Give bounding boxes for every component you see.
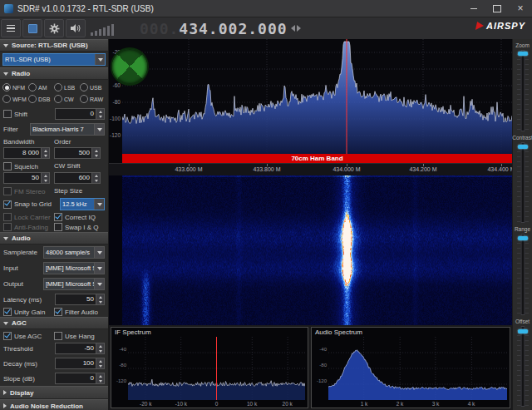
source-panel-header[interactable]: Source: RTL-SDR (USB) <box>0 39 108 52</box>
step-right-icon[interactable] <box>297 25 301 32</box>
spinner-arrows-icon[interactable] <box>96 294 104 304</box>
dropdown-arrow-icon[interactable] <box>94 263 104 274</box>
squelch-spinner[interactable]: 50 <box>3 172 50 184</box>
mode-radio-dsb[interactable]: DSB <box>28 95 54 103</box>
minimize-button[interactable] <box>462 0 485 17</box>
slider-thumb[interactable] <box>518 236 528 240</box>
frequency-step-control[interactable] <box>291 25 301 32</box>
step-left-icon[interactable] <box>291 25 295 32</box>
fm-stereo-checkbox[interactable]: FM Stereo <box>3 187 54 195</box>
unity-gain-checkbox[interactable]: Unity Gain <box>3 308 54 316</box>
checkbox-icon[interactable] <box>54 332 62 340</box>
checkbox-icon[interactable] <box>54 308 62 316</box>
correct-iq-checkbox[interactable]: Correct IQ <box>54 213 105 221</box>
bandwidth-spinner[interactable]: 8 000 <box>3 147 50 159</box>
filter-dropdown[interactable]: Blackman-Harris 7 <box>30 123 105 136</box>
zoom-slider[interactable] <box>517 50 529 131</box>
decay-spinner[interactable]: 100 <box>55 358 105 369</box>
samplerate-dropdown[interactable]: 48000 sample/s <box>43 246 105 259</box>
dropdown-arrow-icon[interactable] <box>94 124 104 135</box>
threshold-spinner[interactable]: -50 <box>55 343 105 354</box>
radio-icon[interactable] <box>2 83 11 91</box>
volume-slider[interactable] <box>89 19 126 37</box>
contrast-slider[interactable] <box>517 142 529 224</box>
checkbox-icon[interactable] <box>3 223 12 231</box>
radio-icon[interactable] <box>28 95 37 103</box>
radio-icon[interactable] <box>80 95 88 103</box>
mode-radio-usb[interactable]: USB <box>80 83 106 91</box>
audio-input-dropdown[interactable]: [MME] Microsoft So <box>43 262 105 274</box>
dropdown-arrow-icon[interactable] <box>95 54 105 65</box>
slider-thumb[interactable] <box>518 52 528 56</box>
checkbox-icon[interactable] <box>3 162 12 170</box>
spinner-arrows-icon[interactable] <box>91 173 100 183</box>
latency-spinner[interactable]: 50 <box>55 294 105 305</box>
checkbox-icon[interactable] <box>3 308 12 316</box>
mode-radio-raw[interactable]: RAW <box>80 95 106 103</box>
radio-icon[interactable] <box>80 83 88 91</box>
display-panel-header[interactable]: Display <box>0 386 108 399</box>
mode-radio-am[interactable]: AM <box>28 83 54 91</box>
spinner-arrows-icon[interactable] <box>96 373 104 383</box>
maximize-button[interactable] <box>485 0 509 17</box>
dropdown-arrow-icon[interactable] <box>94 247 104 258</box>
radio-icon[interactable] <box>28 83 37 91</box>
fft-spectrum-plot[interactable] <box>122 39 513 154</box>
waterfall-canvas[interactable] <box>122 175 513 325</box>
audio-panel-header[interactable]: Audio <box>0 232 108 245</box>
order-spinner[interactable]: 500 <box>54 147 101 159</box>
stop-button[interactable] <box>22 19 42 37</box>
spinner-arrows-icon[interactable] <box>96 358 104 368</box>
mode-radio-nfm[interactable]: NFM <box>2 83 28 91</box>
source-device-dropdown[interactable]: RTL-SDR (USB) <box>2 53 106 66</box>
audio-output-dropdown[interactable]: [MME] Microsoft So <box>43 278 105 290</box>
spinner-arrows-icon[interactable] <box>41 148 49 158</box>
agc-panel-header[interactable]: AGC <box>0 317 108 329</box>
radio-icon[interactable] <box>54 83 62 91</box>
waterfall-display[interactable] <box>109 175 512 325</box>
checkbox-icon[interactable] <box>3 213 12 221</box>
spinner-arrows-icon[interactable] <box>41 173 49 183</box>
lock-carrier-checkbox[interactable]: Lock Carrier <box>3 213 54 221</box>
snap-to-grid-checkbox[interactable]: Snap to Grid <box>3 200 52 209</box>
slider-thumb[interactable] <box>518 329 528 333</box>
checkbox-icon[interactable] <box>3 187 12 195</box>
tuner-knob-widget[interactable] <box>111 47 149 86</box>
mode-radio-wfm[interactable]: WFM <box>2 95 28 103</box>
spinner-arrows-icon[interactable] <box>96 343 104 353</box>
range-slider[interactable] <box>517 234 529 315</box>
shift-checkbox[interactable]: Shift <box>3 110 27 118</box>
spinner-arrows-icon[interactable] <box>91 148 100 158</box>
cw-shift-spinner[interactable]: 600 <box>54 172 101 184</box>
checkbox-icon[interactable] <box>3 110 12 118</box>
spinner-arrows-icon[interactable] <box>96 109 104 119</box>
mode-radio-lsb[interactable]: LSB <box>54 83 80 91</box>
frequency-digits[interactable]: 434.002.000 <box>179 20 287 37</box>
spectrum-display[interactable]: -20 -40 -60 -80 -100 -120 70cm Ham Band <box>109 39 512 163</box>
anti-fading-checkbox[interactable]: Anti-Fading <box>3 223 54 231</box>
squelch-checkbox[interactable]: Squelch <box>3 162 54 170</box>
frequency-display[interactable]: 000. 434.002.000 <box>140 20 301 37</box>
filter-audio-checkbox[interactable]: Filter Audio <box>54 308 105 316</box>
checkbox-icon[interactable] <box>3 200 12 209</box>
radio-icon[interactable] <box>2 95 11 103</box>
checkbox-icon[interactable] <box>54 223 62 231</box>
mode-radio-cw[interactable]: CW <box>54 95 80 103</box>
checkbox-icon[interactable] <box>54 213 62 221</box>
dropdown-arrow-icon[interactable] <box>94 199 104 210</box>
checkbox-icon[interactable] <box>3 332 12 340</box>
use-agc-checkbox[interactable]: Use AGC <box>3 332 54 340</box>
slider-thumb[interactable] <box>518 145 528 149</box>
menu-button[interactable] <box>1 19 21 37</box>
slope-spinner[interactable]: 0 <box>55 373 105 384</box>
radio-panel-header[interactable]: Radio <box>0 67 108 80</box>
use-hang-checkbox[interactable]: Use Hang <box>54 332 105 340</box>
audio-noise-reduction-header[interactable]: Audio Noise Reduction <box>0 399 108 410</box>
close-button[interactable]: × <box>509 0 532 17</box>
dropdown-arrow-icon[interactable] <box>94 279 104 289</box>
shift-value-spinner[interactable]: 0 <box>55 108 105 120</box>
radio-icon[interactable] <box>54 95 62 103</box>
step-size-dropdown[interactable]: 12.5 kHz <box>60 198 105 210</box>
mute-button[interactable] <box>66 19 86 37</box>
offset-slider[interactable] <box>517 326 529 408</box>
